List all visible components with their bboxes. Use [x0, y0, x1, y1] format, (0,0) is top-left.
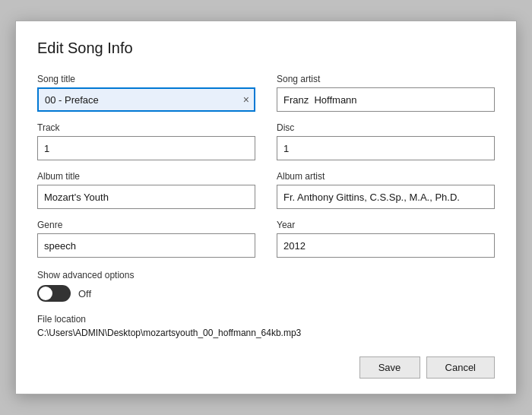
disc-label: Disc	[277, 122, 495, 133]
edit-song-dialog: Edit Song Info Song title × Song artist …	[15, 21, 517, 394]
album-title-label: Album title	[37, 171, 255, 182]
album-title-group: Album title	[37, 171, 255, 209]
year-input[interactable]	[277, 233, 495, 258]
file-location-path: C:\Users\ADMIN\Desktop\mozartsyouth_00_h…	[37, 328, 495, 338]
cancel-button[interactable]: Cancel	[426, 356, 495, 379]
song-title-group: Song title ×	[37, 74, 255, 112]
album-artist-input[interactable]	[277, 185, 495, 209]
toggle-thumb	[39, 287, 52, 300]
advanced-options-label: Show advanced options	[37, 270, 495, 280]
form-grid: Song title × Song artist Track Disc	[37, 74, 495, 258]
album-title-input[interactable]	[37, 185, 255, 209]
song-artist-wrapper	[277, 87, 495, 112]
song-title-wrapper: ×	[37, 87, 255, 112]
album-artist-wrapper	[277, 185, 495, 209]
song-artist-label: Song artist	[277, 74, 495, 84]
year-group: Year	[277, 220, 495, 258]
album-title-wrapper	[37, 185, 255, 209]
track-wrapper	[37, 136, 255, 160]
genre-label: Genre	[37, 220, 255, 230]
song-title-label: Song title	[37, 74, 255, 84]
year-label: Year	[277, 220, 495, 230]
genre-input[interactable]	[37, 233, 255, 258]
file-location-section: File location C:\Users\ADMIN\Desktop\moz…	[37, 314, 495, 338]
album-artist-group: Album artist	[277, 171, 495, 209]
track-label: Track	[37, 122, 255, 133]
song-artist-input[interactable]	[277, 87, 495, 112]
advanced-toggle[interactable]	[37, 285, 71, 302]
dialog-footer: Save Cancel	[37, 356, 495, 379]
song-title-input[interactable]	[37, 87, 255, 112]
year-wrapper	[277, 233, 495, 258]
toggle-row: Off	[37, 285, 495, 302]
save-button[interactable]: Save	[359, 356, 420, 379]
disc-group: Disc	[277, 122, 495, 160]
track-input[interactable]	[37, 136, 255, 160]
advanced-section: Show advanced options Off	[37, 270, 495, 302]
disc-input[interactable]	[277, 136, 495, 160]
toggle-state-text: Off	[78, 288, 91, 299]
disc-wrapper	[277, 136, 495, 160]
file-location-label: File location	[37, 314, 495, 325]
track-group: Track	[37, 122, 255, 160]
album-artist-label: Album artist	[277, 171, 495, 182]
genre-group: Genre	[37, 220, 255, 258]
genre-wrapper	[37, 233, 255, 258]
song-artist-group: Song artist	[277, 74, 495, 112]
dialog-title: Edit Song Info	[37, 40, 495, 57]
song-title-clear-button[interactable]: ×	[242, 94, 251, 105]
